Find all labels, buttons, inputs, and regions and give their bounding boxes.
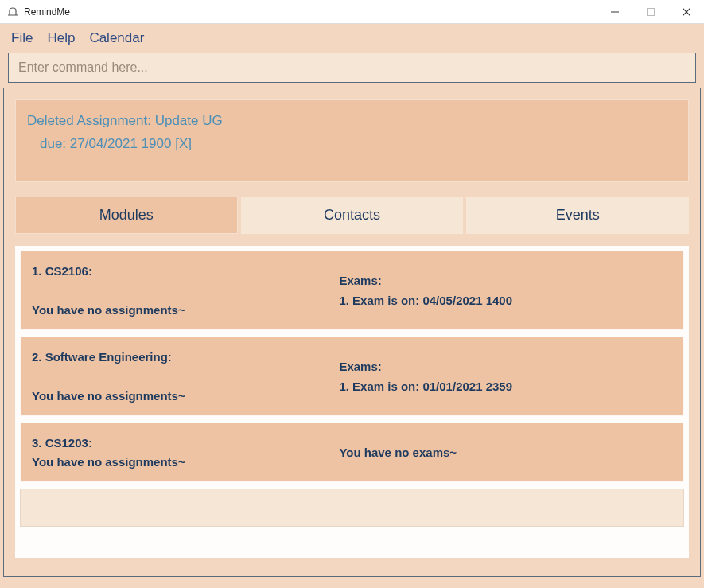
- window-controls: [597, 0, 704, 23]
- message-line-1: Deleted Assignment: Update UG: [27, 110, 677, 133]
- menubar: File Help Calendar: [0, 24, 704, 53]
- module-right: You have no exams~: [339, 433, 672, 472]
- menu-file[interactable]: File: [11, 30, 33, 46]
- module-right: Exams: 1. Exam is on: 01/01/2021 2359: [339, 347, 672, 406]
- module-right: Exams: 1. Exam is on: 04/05/2021 1400: [339, 261, 672, 320]
- module-left: 1. CS2106: You have no assignments~: [32, 261, 339, 320]
- module-exams-header: Exams:: [339, 274, 672, 287]
- module-exams-header: Exams:: [339, 360, 672, 373]
- menu-help[interactable]: Help: [47, 30, 75, 46]
- command-input[interactable]: [8, 53, 696, 83]
- svg-rect-1: [647, 8, 654, 15]
- maximize-button[interactable]: [632, 0, 668, 23]
- titlebar: RemindMe: [0, 0, 704, 24]
- module-card: 1. CS2106: You have no assignments~ Exam…: [20, 251, 684, 330]
- content-panel: Deleted Assignment: Update UG due: 27/04…: [3, 88, 701, 577]
- minimize-button[interactable]: [597, 0, 632, 23]
- app-body: File Help Calendar Deleted Assignment: U…: [0, 24, 704, 588]
- module-assignments: You have no assignments~: [32, 455, 339, 469]
- menu-calendar[interactable]: Calendar: [89, 30, 144, 46]
- list-footer: [20, 489, 684, 527]
- window-title: RemindMe: [24, 6, 597, 18]
- result-message: Deleted Assignment: Update UG due: 27/04…: [15, 99, 689, 182]
- module-title: 1. CS2106:: [32, 264, 339, 278]
- module-exam-line: 1. Exam is on: 01/01/2021 2359: [339, 380, 672, 393]
- module-assignments: You have no assignments~: [32, 389, 339, 403]
- message-line-2: due: 27/04/2021 1900 [X]: [27, 133, 677, 156]
- modules-list: 1. CS2106: You have no assignments~ Exam…: [15, 246, 689, 558]
- tab-events[interactable]: Events: [466, 197, 689, 234]
- close-button[interactable]: [668, 0, 704, 23]
- command-wrap: [0, 53, 704, 88]
- module-card: 2. Software Engineering: You have no ass…: [20, 337, 684, 416]
- module-exam-line: 1. Exam is on: 04/05/2021 1400: [339, 294, 672, 307]
- tab-contacts[interactable]: Contacts: [241, 197, 464, 234]
- module-assignments: You have no assignments~: [32, 303, 339, 317]
- module-exam-line: You have no exams~: [339, 446, 672, 459]
- module-title: 3. CS1203:: [32, 436, 339, 450]
- tab-bar: Modules Contacts Events: [15, 197, 689, 234]
- module-card: 3. CS1203: You have no assignments~ You …: [20, 423, 684, 482]
- module-title: 2. Software Engineering:: [32, 350, 339, 364]
- tab-modules[interactable]: Modules: [15, 197, 238, 234]
- app-icon: [6, 6, 19, 18]
- module-left: 3. CS1203: You have no assignments~: [32, 433, 339, 472]
- module-left: 2. Software Engineering: You have no ass…: [32, 347, 339, 406]
